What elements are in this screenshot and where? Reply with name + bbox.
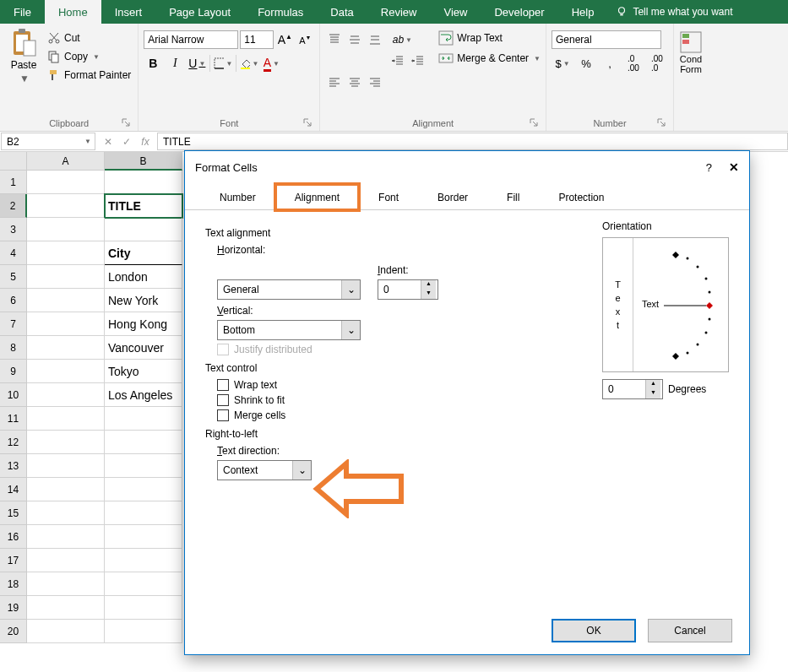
spinner-down[interactable]: ▼ [421, 290, 436, 299]
dlg-tab-border[interactable]: Border [418, 184, 487, 210]
row-header[interactable]: 16 [0, 525, 27, 549]
copy-button[interactable]: Copy▼ [46, 49, 133, 64]
row-header[interactable]: 11 [0, 407, 27, 431]
cell[interactable] [27, 218, 105, 241]
cell[interactable] [27, 289, 105, 312]
cancel-button[interactable]: Cancel [648, 619, 732, 642]
vertical-combo[interactable]: Bottom⌄ [217, 320, 361, 340]
row-header[interactable]: 15 [0, 501, 27, 525]
orientation-button[interactable]: ab▼ [391, 30, 413, 49]
percent-button[interactable]: % [575, 54, 597, 73]
currency-button[interactable]: $▼ [552, 54, 573, 73]
row-header[interactable]: 20 [0, 620, 27, 643]
fill-color-button[interactable]: ▼ [240, 54, 258, 73]
tab-file[interactable]: File [0, 0, 45, 24]
row-header[interactable]: 17 [0, 549, 27, 572]
border-button[interactable]: ▼ [214, 54, 232, 73]
italic-button[interactable]: I [166, 54, 184, 73]
horizontal-combo[interactable]: General⌄ [217, 279, 361, 300]
close-button[interactable]: ✕ [729, 160, 739, 174]
align-middle-button[interactable] [345, 30, 364, 49]
increase-indent-button[interactable] [411, 54, 430, 73]
formula-bar[interactable]: TITLE [157, 133, 788, 150]
tab-insert[interactable]: Insert [101, 0, 156, 24]
cell[interactable] [105, 501, 182, 525]
cell[interactable] [27, 265, 105, 289]
dlg-tab-fill[interactable]: Fill [487, 184, 539, 210]
cell[interactable]: Los Angeles [105, 383, 182, 407]
spinner-down[interactable]: ▼ [645, 389, 660, 398]
cell[interactable] [105, 620, 182, 643]
cell[interactable] [105, 171, 182, 194]
vertical-text-button[interactable]: Text [603, 238, 633, 371]
cell[interactable] [105, 407, 182, 431]
name-box[interactable]: B2▼ [1, 133, 95, 150]
cell[interactable]: New York [105, 289, 182, 312]
align-top-button[interactable] [325, 30, 344, 49]
cell[interactable] [27, 241, 105, 265]
cut-button[interactable]: Cut [46, 30, 133, 46]
cell[interactable] [105, 596, 182, 620]
row-header[interactable]: 4 [0, 241, 27, 265]
cell[interactable] [27, 171, 105, 194]
cell[interactable]: Hong Kong [105, 312, 182, 336]
font-name-combo[interactable] [144, 30, 238, 49]
cell[interactable] [105, 572, 182, 596]
dlg-tab-number[interactable]: Number [200, 184, 275, 210]
tab-data[interactable]: Data [317, 0, 367, 24]
decrease-decimal-button[interactable]: .00.0 [646, 54, 668, 73]
align-left-button[interactable] [325, 73, 344, 92]
fx-button[interactable]: fx [137, 136, 154, 148]
cell[interactable] [105, 478, 182, 501]
dlg-tab-font[interactable]: Font [359, 184, 418, 210]
cell[interactable] [27, 454, 105, 478]
tab-review[interactable]: Review [367, 0, 431, 24]
align-bottom-button[interactable] [366, 30, 384, 49]
decrease-font-button[interactable]: A▼ [296, 30, 314, 49]
clipboard-dialog-launcher[interactable] [121, 117, 131, 127]
cell[interactable] [105, 525, 182, 549]
tell-me[interactable]: Tell me what you want [607, 0, 741, 24]
alignment-dialog-launcher[interactable] [529, 117, 539, 127]
paste-button[interactable]: Paste ▼ [5, 25, 42, 115]
align-center-button[interactable] [345, 73, 364, 92]
col-header-b[interactable]: B [105, 152, 182, 171]
cell[interactable] [27, 572, 105, 596]
font-size-combo[interactable] [240, 30, 274, 49]
cell[interactable]: City [105, 241, 182, 265]
row-header[interactable]: 2 [0, 194, 27, 218]
bold-button[interactable]: B [144, 54, 162, 73]
cell[interactable]: TITLE [105, 194, 182, 218]
cell[interactable]: Tokyo [105, 360, 182, 383]
cell[interactable] [105, 549, 182, 572]
dlg-tab-alignment[interactable]: Alignment [275, 184, 359, 210]
spinner-up[interactable]: ▲ [421, 280, 436, 290]
row-header[interactable]: 12 [0, 431, 27, 454]
number-dialog-launcher[interactable] [656, 117, 666, 127]
font-dialog-launcher[interactable] [302, 117, 312, 127]
row-header[interactable]: 1 [0, 171, 27, 194]
number-format-combo[interactable] [552, 30, 661, 49]
decrease-indent-button[interactable] [391, 54, 410, 73]
cell[interactable] [27, 383, 105, 407]
tab-help[interactable]: Help [558, 0, 608, 24]
cell[interactable] [105, 218, 182, 241]
row-header[interactable]: 6 [0, 289, 27, 312]
cell[interactable] [27, 194, 105, 218]
cell[interactable] [27, 501, 105, 525]
cell[interactable] [27, 360, 105, 383]
orientation-box[interactable]: Text Text [602, 237, 729, 372]
align-right-button[interactable] [366, 73, 384, 92]
row-header[interactable]: 7 [0, 312, 27, 336]
cell[interactable] [27, 407, 105, 431]
tab-home[interactable]: Home [45, 0, 101, 24]
cell[interactable] [27, 312, 105, 336]
tab-view[interactable]: View [430, 0, 481, 24]
checkbox-box[interactable] [217, 409, 229, 421]
text-direction-combo[interactable]: Context⌄ [217, 460, 312, 480]
cell[interactable] [27, 336, 105, 360]
row-header[interactable]: 19 [0, 596, 27, 620]
conditional-formatting-button[interactable]: Cond Form [679, 25, 703, 74]
row-header[interactable]: 3 [0, 218, 27, 241]
indent-spinner[interactable]: ▲▼ [378, 279, 438, 300]
